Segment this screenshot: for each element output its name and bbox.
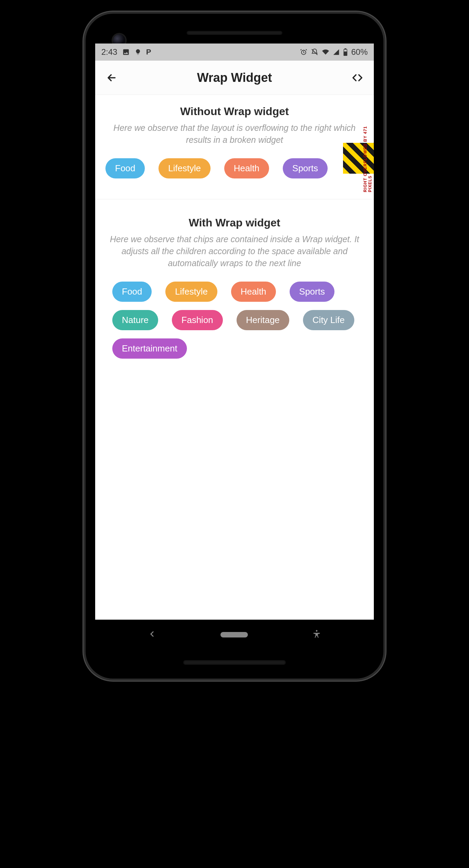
chip-lifestyle[interactable]: Lifestyle xyxy=(159,158,210,178)
svg-rect-3 xyxy=(344,52,347,55)
bottom-speaker xyxy=(183,660,286,665)
section-without-wrap: Without Wrap widget Here we observe that… xyxy=(95,95,374,192)
alarm-icon xyxy=(300,48,307,56)
chip-food[interactable]: Food xyxy=(112,282,152,302)
chip-sports[interactable]: Sports xyxy=(283,158,328,178)
android-nav-bar xyxy=(95,620,374,650)
overflow-warning-text: RIGHT OVERFLOWED BY 471 PIXELS xyxy=(363,116,372,192)
image-icon xyxy=(122,48,130,56)
nav-home-button[interactable] xyxy=(220,632,248,637)
section-title: Without Wrap widget xyxy=(95,105,374,118)
wifi-icon xyxy=(322,49,329,55)
mute-icon xyxy=(311,48,318,56)
status-left: 2:43 P xyxy=(101,47,151,57)
section-title: With Wrap widget xyxy=(95,216,374,229)
app-bar: Wrap Widget xyxy=(95,61,374,95)
signal-icon xyxy=(333,49,340,55)
earpiece xyxy=(187,31,282,35)
chip-sports[interactable]: Sports xyxy=(290,282,334,302)
svg-rect-2 xyxy=(345,49,346,49)
phone-frame: 2:43 P xyxy=(86,14,383,679)
chips-row-nowrap: FoodLifestyleHealthSports xyxy=(95,158,374,178)
chips-row-wrap: FoodLifestyleHealthSportsNatureFashionHe… xyxy=(95,282,374,359)
status-time: 2:43 xyxy=(101,47,117,57)
content-area: Without Wrap widget Here we observe that… xyxy=(95,95,374,620)
battery-icon xyxy=(343,48,348,56)
chip-entertainment[interactable]: Entertainment xyxy=(112,338,187,359)
chip-health[interactable]: Health xyxy=(224,158,269,178)
status-bar: 2:43 P xyxy=(95,44,374,61)
chip-fashion[interactable]: Fashion xyxy=(172,310,223,330)
chip-heritage[interactable]: Heritage xyxy=(237,310,289,330)
chip-city-life[interactable]: City Life xyxy=(303,310,354,330)
nav-back-button[interactable] xyxy=(148,630,156,640)
section-desc: Here we observe that chips are contained… xyxy=(95,233,374,269)
section-with-wrap: With Wrap widget Here we observe that ch… xyxy=(95,199,374,372)
chip-lifestyle[interactable]: Lifestyle xyxy=(165,282,217,302)
screen: 2:43 P xyxy=(95,44,374,650)
code-button[interactable] xyxy=(349,70,366,86)
svg-point-4 xyxy=(316,630,317,632)
chip-nature[interactable]: Nature xyxy=(112,310,158,330)
chip-food[interactable]: Food xyxy=(105,158,145,178)
chip-health[interactable]: Health xyxy=(231,282,276,302)
p-icon: P xyxy=(146,48,151,57)
bulb-icon xyxy=(135,49,141,55)
nav-accessibility-button[interactable] xyxy=(312,629,321,640)
back-button[interactable] xyxy=(103,70,120,86)
page-title: Wrap Widget xyxy=(120,71,349,85)
status-right: 60% xyxy=(300,47,368,57)
section-desc: Here we observe that the layout is overf… xyxy=(95,122,374,146)
battery-text: 60% xyxy=(351,47,368,57)
